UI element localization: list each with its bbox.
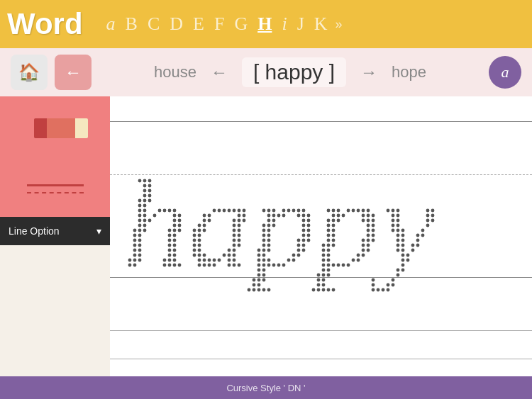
- alphabet-navigation: a B C D E F G H i J K »: [104, 13, 525, 35]
- current-word: [ happy ]: [242, 57, 346, 87]
- alpha-h[interactable]: H: [255, 13, 274, 35]
- alpha-a[interactable]: a: [104, 13, 118, 35]
- previous-word[interactable]: house: [154, 63, 196, 82]
- solid-line-preview: [27, 184, 84, 186]
- alpha-g[interactable]: G: [232, 13, 250, 35]
- navigation-bar: 🏠 ← house ← [ happy ] → hope a: [0, 48, 532, 96]
- avatar-label: a: [501, 63, 509, 82]
- alpha-e[interactable]: E: [191, 13, 206, 35]
- alpha-f[interactable]: F: [212, 13, 226, 35]
- dropdown-arrow-icon: ▾: [96, 225, 101, 237]
- back-arrow-icon: ←: [65, 62, 82, 82]
- writing-area[interactable]: [110, 96, 532, 376]
- alpha-j[interactable]: J: [295, 13, 306, 35]
- alpha-i[interactable]: i: [279, 13, 289, 35]
- alphabet-more[interactable]: »: [336, 17, 343, 32]
- footer: Cursive Style ' DN ': [0, 376, 532, 399]
- home-button[interactable]: 🏠: [11, 55, 48, 90]
- line-style-panel[interactable]: [0, 160, 110, 217]
- app-title: Word: [7, 7, 83, 41]
- eraser-button[interactable]: [0, 96, 110, 160]
- right-arrow-icon: →: [360, 62, 377, 82]
- sidebar: Line Option ▾: [0, 96, 110, 376]
- line-option-label: Line Option: [9, 225, 60, 237]
- alpha-k[interactable]: K: [312, 13, 330, 35]
- main-content: Line Option ▾: [0, 96, 532, 376]
- dashed-line-preview: [27, 192, 84, 193]
- tracing-canvas[interactable]: [110, 96, 532, 376]
- left-arrow-icon: ←: [211, 62, 228, 82]
- header: Word a B C D E F G H i J K »: [0, 0, 532, 48]
- alpha-d[interactable]: D: [167, 13, 185, 35]
- avatar-button[interactable]: a: [489, 56, 521, 89]
- line-option-dropdown[interactable]: Line Option ▾: [0, 217, 110, 245]
- alpha-b[interactable]: B: [123, 13, 140, 35]
- footer-text: Cursive Style ' DN ': [226, 383, 305, 393]
- eraser-icon: [34, 118, 77, 138]
- back-button[interactable]: ←: [55, 55, 92, 90]
- next-word[interactable]: hope: [392, 63, 426, 82]
- alpha-c[interactable]: C: [145, 13, 162, 35]
- home-icon: 🏠: [18, 62, 40, 82]
- word-navigation: house ← [ happy ] → hope: [99, 57, 482, 87]
